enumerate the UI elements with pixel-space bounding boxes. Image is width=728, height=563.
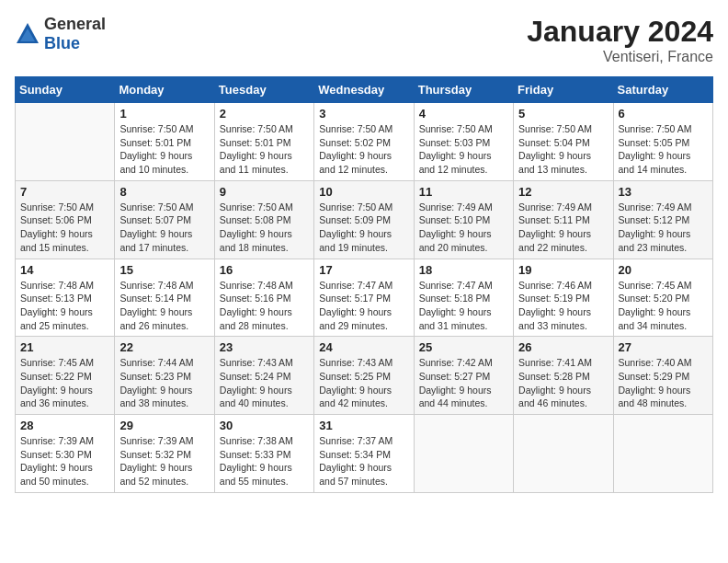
daylight-label: Daylight: 9 hours and 38 minutes. bbox=[119, 385, 192, 409]
calendar-day-cell: 18Sunrise: 7:47 AMSunset: 5:18 PMDayligh… bbox=[414, 259, 513, 337]
sunset-label: Sunset: 5:16 PM bbox=[220, 293, 291, 304]
calendar-day-cell: 2Sunrise: 7:50 AMSunset: 5:01 PMDaylight… bbox=[214, 103, 313, 181]
sunset-label: Sunset: 5:08 PM bbox=[220, 214, 291, 225]
calendar-day-cell: 16Sunrise: 7:48 AMSunset: 5:16 PMDayligh… bbox=[214, 259, 313, 337]
sunset-label: Sunset: 5:30 PM bbox=[20, 449, 92, 460]
daylight-label: Daylight: 9 hours and 40 minutes. bbox=[220, 385, 292, 409]
sunrise-label: Sunrise: 7:41 AM bbox=[518, 357, 592, 368]
daylight-label: Daylight: 9 hours and 55 minutes. bbox=[220, 462, 292, 487]
calendar-header: Sunday Monday Tuesday Wednesday Thursday… bbox=[16, 77, 713, 103]
calendar-day-cell: 30Sunrise: 7:38 AMSunset: 5:33 PMDayligh… bbox=[214, 415, 313, 493]
day-detail: Sunrise: 7:45 AMSunset: 5:22 PMDaylight:… bbox=[20, 356, 109, 410]
sunrise-label: Sunrise: 7:50 AM bbox=[619, 123, 692, 134]
daylight-label: Daylight: 9 hours and 44 minutes. bbox=[419, 385, 492, 409]
sunset-label: Sunset: 5:10 PM bbox=[419, 214, 491, 225]
day-detail: Sunrise: 7:48 AMSunset: 5:16 PMDaylight:… bbox=[220, 279, 309, 333]
day-number: 21 bbox=[20, 340, 109, 354]
calendar-day-cell: 10Sunrise: 7:50 AMSunset: 5:09 PMDayligh… bbox=[314, 180, 414, 259]
calendar-title: January 2024 bbox=[527, 15, 713, 49]
daylight-label: Daylight: 9 hours and 14 minutes. bbox=[619, 150, 691, 175]
calendar-day-cell: 3Sunrise: 7:50 AMSunset: 5:02 PMDaylight… bbox=[314, 103, 414, 181]
day-number: 15 bbox=[119, 263, 209, 277]
sunrise-label: Sunrise: 7:50 AM bbox=[119, 123, 193, 134]
daylight-label: Daylight: 9 hours and 42 minutes. bbox=[319, 385, 392, 409]
daylight-label: Daylight: 9 hours and 19 minutes. bbox=[319, 228, 392, 253]
daylight-label: Daylight: 9 hours and 12 minutes. bbox=[319, 150, 392, 175]
day-number: 3 bbox=[319, 107, 408, 121]
day-detail: Sunrise: 7:50 AMSunset: 5:07 PMDaylight:… bbox=[119, 201, 209, 255]
calendar-week-row: 28Sunrise: 7:39 AMSunset: 5:30 PMDayligh… bbox=[16, 415, 713, 493]
calendar-week-row: 14Sunrise: 7:48 AMSunset: 5:13 PMDayligh… bbox=[16, 259, 713, 337]
daylight-label: Daylight: 9 hours and 48 minutes. bbox=[619, 385, 691, 409]
sunrise-label: Sunrise: 7:40 AM bbox=[619, 357, 692, 368]
logo-icon bbox=[15, 21, 40, 47]
day-detail: Sunrise: 7:50 AMSunset: 5:05 PMDaylight:… bbox=[619, 122, 708, 177]
sunrise-label: Sunrise: 7:42 AM bbox=[419, 357, 493, 368]
sunset-label: Sunset: 5:01 PM bbox=[220, 137, 291, 148]
day-number: 6 bbox=[619, 107, 708, 121]
daylight-label: Daylight: 9 hours and 25 minutes. bbox=[20, 306, 93, 331]
day-detail: Sunrise: 7:44 AMSunset: 5:23 PMDaylight:… bbox=[119, 356, 209, 410]
calendar-day-cell bbox=[514, 415, 613, 493]
sunrise-label: Sunrise: 7:49 AM bbox=[419, 201, 493, 213]
daylight-label: Daylight: 9 hours and 36 minutes. bbox=[20, 385, 93, 409]
day-detail: Sunrise: 7:49 AMSunset: 5:12 PMDaylight:… bbox=[619, 201, 708, 255]
header-wednesday: Wednesday bbox=[314, 77, 414, 103]
calendar-day-cell: 27Sunrise: 7:40 AMSunset: 5:29 PMDayligh… bbox=[613, 337, 712, 415]
sunrise-label: Sunrise: 7:47 AM bbox=[419, 280, 493, 291]
daylight-label: Daylight: 9 hours and 17 minutes. bbox=[119, 228, 192, 253]
calendar-day-cell: 14Sunrise: 7:48 AMSunset: 5:13 PMDayligh… bbox=[16, 259, 115, 337]
calendar-day-cell: 8Sunrise: 7:50 AMSunset: 5:07 PMDaylight… bbox=[115, 180, 214, 259]
day-detail: Sunrise: 7:47 AMSunset: 5:18 PMDaylight:… bbox=[419, 279, 508, 333]
day-number: 4 bbox=[419, 107, 508, 121]
day-number: 2 bbox=[220, 107, 309, 121]
calendar-location: Ventiseri, France bbox=[527, 49, 713, 65]
day-number: 9 bbox=[220, 185, 309, 199]
sunrise-label: Sunrise: 7:50 AM bbox=[319, 123, 392, 134]
day-number: 18 bbox=[419, 263, 508, 277]
day-number: 10 bbox=[319, 185, 408, 199]
day-detail: Sunrise: 7:42 AMSunset: 5:27 PMDaylight:… bbox=[419, 356, 508, 410]
daylight-label: Daylight: 9 hours and 13 minutes. bbox=[518, 150, 591, 175]
day-detail: Sunrise: 7:49 AMSunset: 5:11 PMDaylight:… bbox=[518, 201, 608, 255]
sunset-label: Sunset: 5:19 PM bbox=[518, 293, 590, 304]
sunset-label: Sunset: 5:03 PM bbox=[419, 137, 491, 148]
day-detail: Sunrise: 7:49 AMSunset: 5:10 PMDaylight:… bbox=[419, 201, 508, 255]
sunset-label: Sunset: 5:18 PM bbox=[419, 293, 491, 304]
daylight-label: Daylight: 9 hours and 26 minutes. bbox=[119, 306, 192, 331]
calendar-day-cell: 17Sunrise: 7:47 AMSunset: 5:17 PMDayligh… bbox=[314, 259, 414, 337]
sunrise-label: Sunrise: 7:50 AM bbox=[220, 123, 293, 134]
sunset-label: Sunset: 5:12 PM bbox=[619, 214, 690, 225]
calendar-day-cell: 20Sunrise: 7:45 AMSunset: 5:20 PMDayligh… bbox=[613, 259, 712, 337]
day-detail: Sunrise: 7:50 AMSunset: 5:09 PMDaylight:… bbox=[319, 201, 408, 255]
daylight-label: Daylight: 9 hours and 31 minutes. bbox=[419, 306, 492, 331]
day-detail: Sunrise: 7:50 AMSunset: 5:04 PMDaylight:… bbox=[518, 122, 608, 177]
header-friday: Friday bbox=[514, 77, 613, 103]
sunrise-label: Sunrise: 7:49 AM bbox=[619, 201, 692, 213]
calendar-day-cell: 24Sunrise: 7:43 AMSunset: 5:25 PMDayligh… bbox=[314, 337, 414, 415]
sunset-label: Sunset: 5:13 PM bbox=[20, 293, 92, 304]
calendar-day-cell: 6Sunrise: 7:50 AMSunset: 5:05 PMDaylight… bbox=[613, 103, 712, 181]
daylight-label: Daylight: 9 hours and 34 minutes. bbox=[619, 306, 691, 331]
header-row: Sunday Monday Tuesday Wednesday Thursday… bbox=[16, 77, 713, 103]
day-number: 28 bbox=[20, 419, 109, 432]
calendar-day-cell: 25Sunrise: 7:42 AMSunset: 5:27 PMDayligh… bbox=[414, 337, 513, 415]
sunrise-label: Sunrise: 7:48 AM bbox=[20, 280, 94, 291]
sunset-label: Sunset: 5:02 PM bbox=[319, 137, 391, 148]
day-detail: Sunrise: 7:37 AMSunset: 5:34 PMDaylight:… bbox=[319, 434, 408, 488]
daylight-label: Daylight: 9 hours and 18 minutes. bbox=[220, 228, 292, 253]
daylight-label: Daylight: 9 hours and 33 minutes. bbox=[518, 306, 591, 331]
calendar-week-row: 21Sunrise: 7:45 AMSunset: 5:22 PMDayligh… bbox=[16, 337, 713, 415]
daylight-label: Daylight: 9 hours and 12 minutes. bbox=[419, 150, 492, 175]
daylight-label: Daylight: 9 hours and 15 minutes. bbox=[20, 228, 93, 253]
day-detail: Sunrise: 7:46 AMSunset: 5:19 PMDaylight:… bbox=[518, 279, 608, 333]
header-tuesday: Tuesday bbox=[214, 77, 313, 103]
calendar-day-cell: 13Sunrise: 7:49 AMSunset: 5:12 PMDayligh… bbox=[613, 180, 712, 259]
sunrise-label: Sunrise: 7:43 AM bbox=[319, 357, 392, 368]
sunset-label: Sunset: 5:17 PM bbox=[319, 293, 391, 304]
calendar-day-cell: 26Sunrise: 7:41 AMSunset: 5:28 PMDayligh… bbox=[514, 337, 613, 415]
day-detail: Sunrise: 7:48 AMSunset: 5:13 PMDaylight:… bbox=[20, 279, 109, 333]
day-number: 7 bbox=[20, 185, 109, 199]
sunset-label: Sunset: 5:20 PM bbox=[619, 293, 690, 304]
day-detail: Sunrise: 7:50 AMSunset: 5:03 PMDaylight:… bbox=[419, 122, 508, 177]
